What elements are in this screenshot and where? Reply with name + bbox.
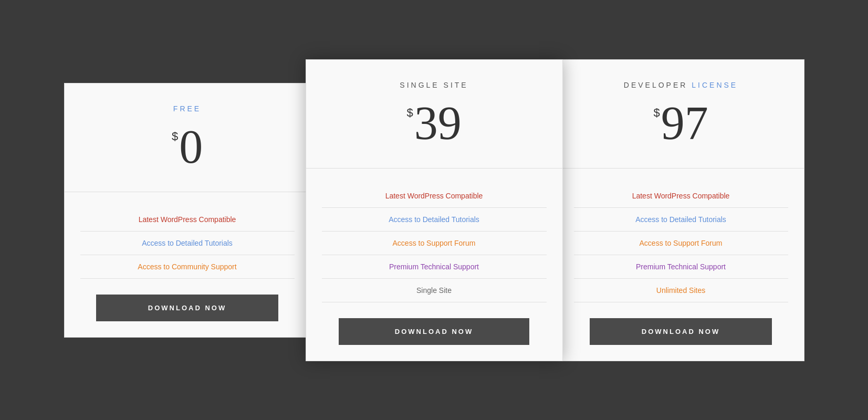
card-header-single-site: SINGLE SITE$39	[306, 60, 562, 169]
feature-item-free-0: Latest WordPress Compatible	[80, 208, 295, 232]
pricing-card-developer-license: DEVELOPER LICENSE$97Latest WordPress Com…	[558, 59, 804, 361]
pricing-container: FREE$0Latest WordPress CompatibleAccess …	[0, 38, 868, 382]
pricing-card-free: FREE$0Latest WordPress CompatibleAccess …	[64, 83, 311, 338]
feature-item-developer-license-2: Access to Support Forum	[574, 232, 788, 255]
price-number-single-site: 39	[414, 100, 462, 147]
feature-item-free-2: Access to Community Support	[80, 255, 295, 279]
plan-title-free: FREE	[80, 104, 295, 113]
pricing-card-single-site: SINGLE SITE$39Latest WordPress Compatibl…	[306, 59, 563, 361]
feature-item-developer-license-1: Access to Detailed Tutorials	[574, 208, 788, 232]
feature-item-single-site-3: Premium Technical Support	[322, 255, 547, 279]
card-body-single-site: Latest WordPress CompatibleAccess to Det…	[306, 169, 562, 361]
price-number-free: 0	[179, 123, 203, 171]
feature-item-developer-license-4: Unlimited Sites	[574, 279, 788, 302]
card-header-developer-license: DEVELOPER LICENSE$97	[558, 60, 804, 169]
feature-item-single-site-2: Access to Support Forum	[322, 232, 547, 255]
feature-item-developer-license-3: Premium Technical Support	[574, 255, 788, 279]
currency-developer-license: $	[653, 107, 660, 119]
feature-item-single-site-1: Access to Detailed Tutorials	[322, 208, 547, 232]
feature-item-single-site-0: Latest WordPress Compatible	[322, 184, 547, 208]
feature-item-developer-license-0: Latest WordPress Compatible	[574, 184, 788, 208]
price-wrapper-free: $0	[80, 123, 295, 171]
feature-item-single-site-4: Single Site	[322, 279, 547, 302]
download-button-single-site[interactable]: DOWNLOAD NOW	[339, 318, 530, 345]
card-body-developer-license: Latest WordPress CompatibleAccess to Det…	[558, 169, 804, 361]
features-list-developer-license: Latest WordPress CompatibleAccess to Det…	[574, 184, 788, 302]
price-wrapper-single-site: $39	[322, 100, 547, 147]
price-number-developer-license: 97	[661, 100, 708, 147]
download-button-free[interactable]: DOWNLOAD NOW	[96, 295, 278, 321]
card-body-free: Latest WordPress CompatibleAccess to Det…	[65, 192, 310, 337]
plan-title-single-site: SINGLE SITE	[322, 81, 547, 89]
features-list-free: Latest WordPress CompatibleAccess to Det…	[80, 208, 295, 279]
card-header-free: FREE$0	[65, 83, 310, 192]
currency-single-site: $	[406, 107, 413, 119]
currency-free: $	[172, 131, 178, 142]
feature-item-free-1: Access to Detailed Tutorials	[80, 232, 295, 255]
download-button-developer-license[interactable]: DOWNLOAD NOW	[590, 318, 772, 345]
price-wrapper-developer-license: $97	[574, 100, 788, 147]
plan-title-developer-license: DEVELOPER LICENSE	[574, 81, 788, 89]
features-list-single-site: Latest WordPress CompatibleAccess to Det…	[322, 184, 547, 302]
